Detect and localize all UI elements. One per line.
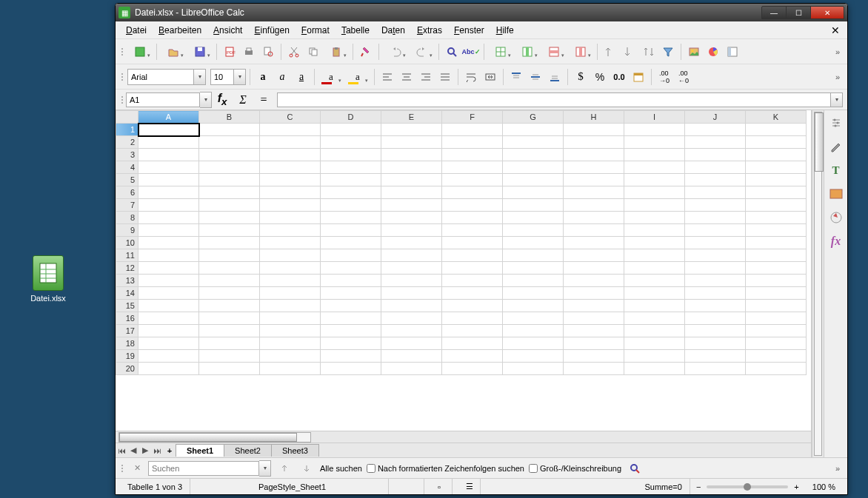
- select-all-corner[interactable]: [116, 111, 138, 124]
- redo-button[interactable]: [410, 43, 435, 61]
- cell-A14[interactable]: [138, 287, 199, 300]
- cell-B3[interactable]: [199, 149, 260, 161]
- cell-D20[interactable]: [321, 363, 381, 375]
- col-header-E[interactable]: E: [381, 111, 442, 124]
- search-input[interactable]: [148, 461, 259, 476]
- cell-J16[interactable]: [685, 312, 746, 325]
- cell-H9[interactable]: [564, 224, 624, 237]
- cell-I14[interactable]: [624, 287, 685, 300]
- italic-button[interactable]: a: [273, 68, 291, 86]
- cell-K18[interactable]: [746, 337, 807, 350]
- print-preview-button[interactable]: [259, 43, 277, 61]
- col-header-K[interactable]: K: [746, 111, 807, 124]
- maximize-button[interactable]: ☐: [786, 6, 811, 19]
- vertical-scrollbar[interactable]: [812, 110, 824, 457]
- status-sum[interactable]: Summe=0: [487, 479, 690, 494]
- sort-asc-button[interactable]: [601, 43, 619, 61]
- zoom-out-button[interactable]: −: [696, 482, 701, 491]
- cell-C12[interactable]: [260, 262, 321, 275]
- row-header-1[interactable]: 1: [116, 124, 138, 136]
- cell-H8[interactable]: [564, 212, 624, 224]
- align-justify-button[interactable]: [436, 68, 454, 86]
- row-header-15[interactable]: 15: [116, 300, 138, 312]
- cell-C19[interactable]: [260, 350, 321, 363]
- cell-F7[interactable]: [442, 199, 503, 212]
- font-size-dropdown[interactable]: ▾: [234, 69, 246, 85]
- cell-H16[interactable]: [564, 312, 624, 325]
- cell-K5[interactable]: [746, 174, 807, 186]
- cell-B8[interactable]: [199, 212, 260, 224]
- cell-K17[interactable]: [746, 325, 807, 337]
- cell-G9[interactable]: [503, 224, 564, 237]
- row-header-18[interactable]: 18: [116, 337, 138, 350]
- cell-C20[interactable]: [260, 363, 321, 375]
- cell-J10[interactable]: [685, 237, 746, 249]
- cell-H1[interactable]: [564, 124, 624, 136]
- cell-H11[interactable]: [564, 249, 624, 262]
- cell-J2[interactable]: [685, 136, 746, 149]
- cell-H19[interactable]: [564, 350, 624, 363]
- insert-image-button[interactable]: [685, 43, 703, 61]
- cell-A15[interactable]: [138, 300, 199, 312]
- autofilter-button[interactable]: [659, 43, 677, 61]
- cell-K15[interactable]: [746, 300, 807, 312]
- percent-button[interactable]: %: [591, 68, 609, 86]
- merge-cells-button[interactable]: [481, 68, 499, 86]
- cell-C2[interactable]: [260, 136, 321, 149]
- cell-B13[interactable]: [199, 275, 260, 287]
- cell-J20[interactable]: [685, 363, 746, 375]
- row-header-19[interactable]: 19: [116, 350, 138, 363]
- cell-I4[interactable]: [624, 161, 685, 174]
- cell-E3[interactable]: [381, 149, 442, 161]
- cell-A20[interactable]: [138, 363, 199, 375]
- cell-G1[interactable]: [503, 124, 564, 136]
- sidebar-settings-icon[interactable]: [828, 115, 844, 131]
- menu-tabelle[interactable]: Tabelle: [335, 24, 375, 37]
- row-header-11[interactable]: 11: [116, 249, 138, 262]
- cell-D4[interactable]: [321, 161, 381, 174]
- cell-C3[interactable]: [260, 149, 321, 161]
- new-doc-button[interactable]: [127, 43, 153, 61]
- cell-H7[interactable]: [564, 199, 624, 212]
- cell-C7[interactable]: [260, 199, 321, 212]
- cell-E2[interactable]: [381, 136, 442, 149]
- cell-K14[interactable]: [746, 287, 807, 300]
- cell-B19[interactable]: [199, 350, 260, 363]
- col-header-J[interactable]: J: [685, 111, 746, 124]
- cell-F6[interactable]: [442, 186, 503, 199]
- row-header-7[interactable]: 7: [116, 199, 138, 212]
- cell-K16[interactable]: [746, 312, 807, 325]
- cell-D13[interactable]: [321, 275, 381, 287]
- cell-I20[interactable]: [624, 363, 685, 375]
- cell-E9[interactable]: [381, 224, 442, 237]
- cell-I8[interactable]: [624, 212, 685, 224]
- equals-button[interactable]: =: [255, 92, 273, 107]
- cell-A13[interactable]: [138, 275, 199, 287]
- insert-pivot-button[interactable]: [724, 43, 741, 61]
- cell-E19[interactable]: [381, 350, 442, 363]
- valign-middle-button[interactable]: [527, 68, 544, 86]
- sort-desc-button[interactable]: [621, 43, 638, 61]
- cell-A8[interactable]: [138, 212, 199, 224]
- cell-K13[interactable]: [746, 275, 807, 287]
- cell-C9[interactable]: [260, 224, 321, 237]
- find-replace-button[interactable]: [443, 43, 461, 61]
- add-sheet-button[interactable]: +: [163, 446, 176, 455]
- cell-E8[interactable]: [381, 212, 442, 224]
- col-header-C[interactable]: C: [260, 111, 321, 124]
- cell-G7[interactable]: [503, 199, 564, 212]
- cell-F11[interactable]: [442, 249, 503, 262]
- number-format-button[interactable]: 0.0: [610, 68, 628, 86]
- close-button[interactable]: ✕: [810, 6, 844, 19]
- sidebar-functions-icon[interactable]: fx: [828, 233, 844, 249]
- cell-H12[interactable]: [564, 262, 624, 275]
- cell-G2[interactable]: [503, 136, 564, 149]
- cell-G15[interactable]: [503, 300, 564, 312]
- cell-J19[interactable]: [685, 350, 746, 363]
- cell-B18[interactable]: [199, 337, 260, 350]
- cell-C10[interactable]: [260, 237, 321, 249]
- cell-E13[interactable]: [381, 275, 442, 287]
- cell-B5[interactable]: [199, 174, 260, 186]
- delete-col-button[interactable]: [568, 43, 593, 61]
- cell-H5[interactable]: [564, 174, 624, 186]
